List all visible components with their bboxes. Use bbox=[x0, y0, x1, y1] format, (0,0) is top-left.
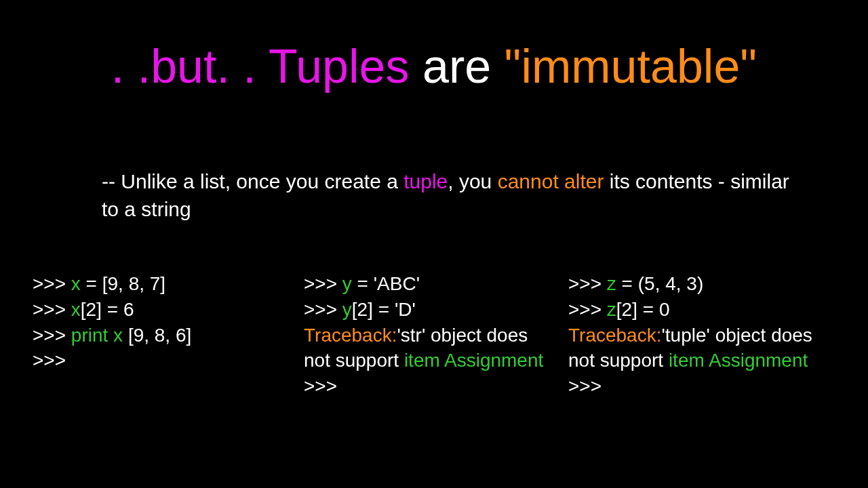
code-text: = (5, 4, 3) bbox=[616, 273, 703, 294]
code-text: = [9, 8, 7] bbox=[81, 273, 165, 294]
var-y: y bbox=[342, 299, 352, 320]
prompt: >>> bbox=[33, 273, 71, 294]
code-column-list: >>> x = [9, 8, 7] >>> x[2] = 6 >>> print… bbox=[33, 271, 304, 399]
bullet-tuple-word: tuple bbox=[403, 170, 448, 192]
bullet-mid: , you bbox=[448, 170, 497, 192]
code-text: [2] = 'D' bbox=[352, 299, 416, 320]
var-y: y bbox=[342, 273, 352, 294]
prompt: >>> bbox=[304, 273, 342, 294]
bullet-prefix: -- Unlike a list, once you create a bbox=[102, 170, 403, 192]
prompt: >>> bbox=[568, 299, 607, 320]
code-line: >>> bbox=[304, 373, 555, 399]
traceback-label: Traceback: bbox=[304, 325, 397, 346]
var-x: x bbox=[71, 299, 81, 320]
code-column-string: >>> y = 'ABC' >>> y[2] = 'D' Traceback:'… bbox=[304, 271, 568, 399]
prompt: >>> bbox=[33, 299, 71, 320]
var-x: x bbox=[71, 273, 81, 294]
code-line: >>> x[2] = 6 bbox=[33, 297, 290, 323]
prompt: >>> bbox=[304, 299, 342, 320]
var-z: z bbox=[607, 273, 616, 294]
slide: . .but. . Tuples are "immutable" -- Unli… bbox=[0, 0, 868, 488]
traceback-item-assignment: item Assignment bbox=[669, 350, 808, 371]
prompt: >>> bbox=[568, 273, 607, 294]
bullet-cannot-alter: cannot alter bbox=[498, 170, 604, 192]
prompt: >>> bbox=[33, 325, 71, 346]
code-output: [9, 8, 6] bbox=[128, 325, 191, 346]
bullet-text: -- Unlike a list, once you create a tupl… bbox=[102, 168, 793, 223]
code-text: = 'ABC' bbox=[352, 273, 420, 294]
code-columns: >>> x = [9, 8, 7] >>> x[2] = 6 >>> print… bbox=[33, 271, 835, 399]
traceback-label: Traceback: bbox=[568, 325, 661, 346]
code-line: >>> y = 'ABC' bbox=[304, 271, 555, 297]
traceback-item-assignment: item Assignment bbox=[404, 350, 543, 371]
title-part-immutable: "immutable" bbox=[505, 40, 757, 93]
slide-title: . .but. . Tuples are "immutable" bbox=[0, 39, 868, 94]
print-x: print x bbox=[71, 325, 128, 346]
code-text: [2] = 6 bbox=[81, 299, 134, 320]
title-part-are: are bbox=[410, 40, 505, 93]
title-part-tuples: . .but. . Tuples bbox=[111, 40, 410, 93]
code-line: >>> z[2] = 0 bbox=[568, 297, 833, 323]
traceback-line: Traceback:'str' object does not support … bbox=[304, 323, 555, 374]
traceback-line: Traceback:'tuple' object does not suppor… bbox=[568, 323, 833, 374]
code-line: >>> z = (5, 4, 3) bbox=[568, 271, 833, 297]
prompt: >>> bbox=[33, 350, 66, 371]
code-line: >>> bbox=[33, 348, 290, 373]
code-line: >>> print x [9, 8, 6] bbox=[33, 323, 290, 348]
prompt: >>> bbox=[568, 375, 601, 396]
var-z: z bbox=[607, 299, 616, 320]
code-line: >>> y[2] = 'D' bbox=[304, 297, 555, 323]
prompt: >>> bbox=[304, 375, 337, 396]
code-line: >>> x = [9, 8, 7] bbox=[33, 271, 290, 297]
code-column-tuple: >>> z = (5, 4, 3) >>> z[2] = 0 Traceback… bbox=[568, 271, 833, 399]
code-text: [2] = 0 bbox=[616, 299, 670, 320]
code-line: >>> bbox=[568, 373, 833, 399]
